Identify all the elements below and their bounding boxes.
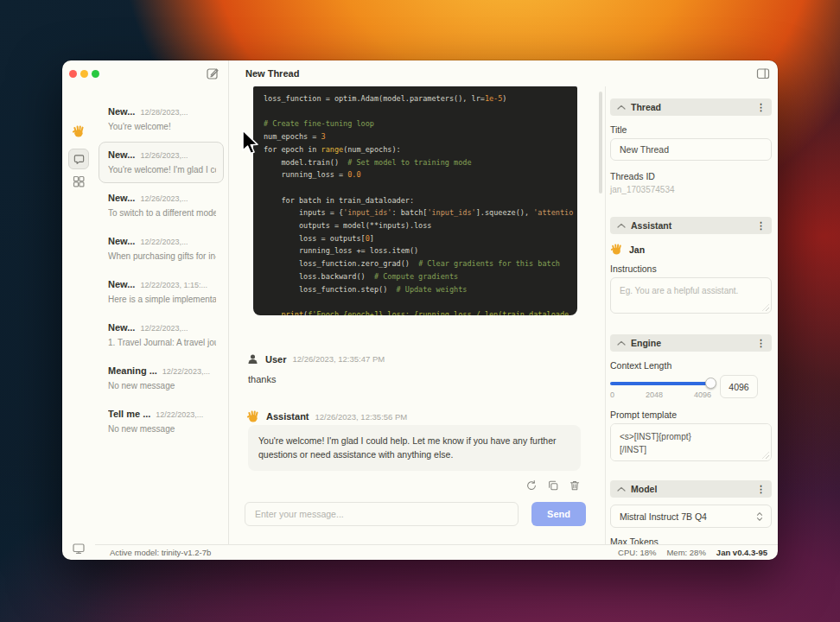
thread-item-preview: No new message <box>108 381 216 390</box>
section-menu-icon[interactable]: ⋮ <box>756 485 766 494</box>
section-thread-header[interactable]: Thread ⋮ <box>610 98 772 116</box>
thread-list-column: New...12/28/2023,...You're welcome!New..… <box>95 60 229 544</box>
thread-item-title: New... <box>108 322 135 333</box>
assistant-avatar-wave-icon <box>246 409 260 423</box>
minimize-window-button[interactable] <box>80 70 88 78</box>
cpu-usage: CPU: 18% <box>618 548 656 557</box>
slider-thumb[interactable] <box>705 378 716 389</box>
code-line: print(f'Epoch {epoch+1} loss: {running_l… <box>264 308 567 315</box>
thread-item-date: 12/26/2023,... <box>140 194 188 203</box>
thread-item-preview: Here is a simple implementati... <box>108 295 216 304</box>
message-input-row: Send <box>245 502 586 526</box>
thread-list-item[interactable]: New...12/22/2023,...1. Travel Journal: A… <box>99 314 224 356</box>
thread-list: New...12/28/2023,...You're welcome!New..… <box>99 98 224 444</box>
code-line <box>264 181 567 194</box>
code-line: num_epochs = 3 <box>264 130 567 143</box>
app-rail <box>62 86 95 560</box>
thread-item-date: 12/28/2023,... <box>140 108 188 117</box>
code-line <box>264 105 567 118</box>
delete-icon[interactable] <box>569 479 581 492</box>
context-length-slider[interactable] <box>610 382 711 385</box>
prompt-template-label: Prompt template <box>610 409 772 420</box>
toggle-right-panel-button[interactable] <box>756 67 770 80</box>
code-line: loss = outputs[0] <box>264 232 567 245</box>
thread-item-preview: 1. Travel Journal: A travel journ... <box>108 338 216 347</box>
code-line: loss_function.zero_grad() # Clear gradie… <box>264 257 567 270</box>
close-window-button[interactable] <box>69 70 77 78</box>
message-input[interactable] <box>245 502 519 526</box>
message-timestamp: 12/26/2023, 12:35:47 PM <box>292 354 385 364</box>
thread-title-input[interactable] <box>610 138 772 161</box>
context-length-value[interactable]: 4096 <box>720 375 758 398</box>
thread-list-item[interactable]: New...12/28/2023,...You're welcome! <box>99 98 224 140</box>
thread-item-date: 12/22/2023,... <box>162 367 210 376</box>
thread-item-preview: You're welcome! I'm glad I cou... <box>108 165 216 175</box>
thread-list-item[interactable]: New...12/22/2023, 1:15:...Here is a simp… <box>99 271 224 313</box>
section-menu-icon[interactable]: ⋮ <box>756 103 766 112</box>
slider-ticks: 0 2048 4096 <box>610 390 711 399</box>
chevron-up-icon <box>617 486 626 492</box>
code-line: # Create fine-tuning loop <box>264 117 567 130</box>
tick-label: 4096 <box>694 390 711 399</box>
rail-chat-tab[interactable] <box>68 149 89 169</box>
section-title: Thread <box>631 102 751 112</box>
active-model-status: Active model: trinity-v1.2-7b <box>110 548 211 557</box>
chevron-up-icon <box>617 223 626 229</box>
context-length-control: 0 2048 4096 4096 <box>610 378 772 399</box>
jan-app-window: New Thread <box>62 60 778 560</box>
thread-item-date: 12/22/2023,... <box>156 410 203 419</box>
chat-column: loss_function = optim.Adam(model.paramet… <box>229 60 605 544</box>
code-block: loss_function = optim.Adam(model.paramet… <box>253 86 577 315</box>
thread-list-item[interactable]: Meaning ...12/22/2023,...No new message <box>99 358 224 399</box>
thread-item-preview: You're welcome! <box>108 122 216 131</box>
rail-hub-tab[interactable] <box>72 175 86 188</box>
message-role: Assistant <box>266 411 309 422</box>
copy-icon[interactable] <box>547 479 559 492</box>
app-version: Jan v0.4.3-95 <box>716 548 767 557</box>
instructions-textarea[interactable] <box>610 277 772 314</box>
code-line: for epoch in range(num_epochs): <box>264 143 567 156</box>
section-menu-icon[interactable]: ⋮ <box>756 339 766 348</box>
section-model-header[interactable]: Model ⋮ <box>610 480 772 498</box>
assistant-message-bubble: You're welcome! I'm glad I could help. L… <box>248 425 581 471</box>
prompt-template-textarea[interactable] <box>610 423 772 461</box>
thread-item-date: 12/26/2023,... <box>140 151 188 160</box>
thread-item-title: Tell me ... <box>108 409 150 419</box>
model-select[interactable]: Mistral Instruct 7B Q4 <box>610 505 772 528</box>
context-length-label: Context Length <box>610 360 772 371</box>
thread-list-item[interactable]: Tell me ...12/22/2023,...No new message <box>99 401 224 442</box>
user-message-text: thanks <box>248 374 276 384</box>
code-line: for batch in train_dataloader: <box>264 194 567 207</box>
thread-list-item[interactable]: New...12/22/2023,...When purchasing gift… <box>99 228 224 270</box>
wave-hand-icon <box>610 243 623 256</box>
code-line: loss_function.step() # Update weights <box>264 283 567 296</box>
wave-hand-icon <box>72 124 86 138</box>
chevron-up-icon <box>617 340 626 346</box>
thread-list-item[interactable]: New...12/26/2023,...You're welcome! I'm … <box>99 142 224 183</box>
thread-item-preview: No new message <box>108 424 216 434</box>
regenerate-icon[interactable] <box>525 479 538 492</box>
status-bar: Active model: trinity-v1.2-7b CPU: 18% M… <box>95 544 778 560</box>
chat-scrollbar[interactable] <box>599 92 602 194</box>
assistant-name: Jan <box>629 244 645 255</box>
assistant-identity: Jan <box>610 243 772 256</box>
jan-logo <box>72 124 86 138</box>
threads-id-label: Threads ID <box>610 171 772 181</box>
user-message-header: User 12/26/2023, 12:35:47 PM <box>246 352 385 365</box>
section-engine-header[interactable]: Engine ⋮ <box>610 334 772 352</box>
thread-item-date: 12/22/2023,... <box>140 238 188 246</box>
thread-item-date: 12/22/2023,... <box>140 324 188 333</box>
monitor-icon <box>72 542 86 555</box>
send-button[interactable]: Send <box>531 502 586 526</box>
grid-icon <box>72 175 86 188</box>
section-assistant-header[interactable]: Assistant ⋮ <box>610 217 772 234</box>
thread-list-item[interactable]: New...12/26/2023,...To switch to a diffe… <box>99 185 224 226</box>
message-actions <box>525 479 581 492</box>
section-menu-icon[interactable]: ⋮ <box>756 221 766 231</box>
thread-item-preview: When purchasing gifts for in-... <box>108 251 216 261</box>
rail-system-monitor[interactable] <box>72 542 86 555</box>
section-title: Model <box>631 484 751 494</box>
thread-item-title: Meaning ... <box>108 365 157 376</box>
code-line: outputs = model(**inputs).loss <box>264 219 567 232</box>
chat-bubble-icon <box>73 153 86 166</box>
